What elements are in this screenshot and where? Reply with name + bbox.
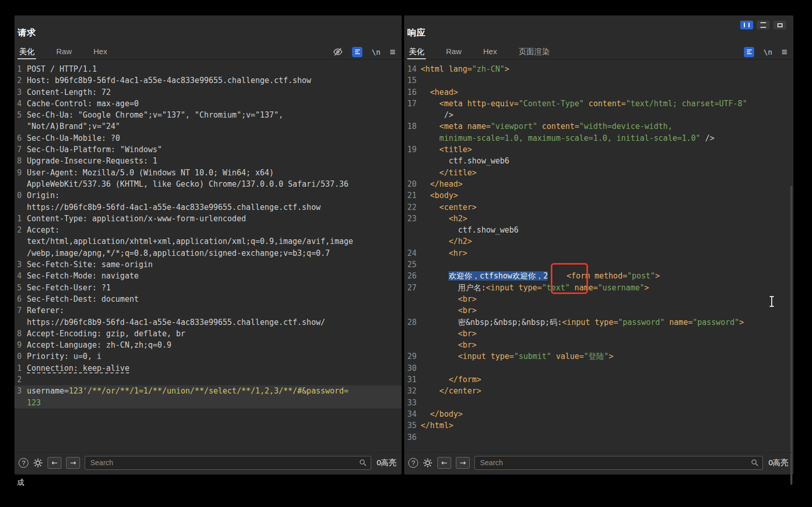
code-line[interactable]: "Not/A)Brand";v="24": [14, 121, 402, 132]
tab-beautify[interactable]: 美化: [18, 44, 36, 59]
code-line[interactable]: 33: [404, 397, 793, 408]
code-line[interactable]: 21 <body>: [404, 190, 793, 201]
code-line[interactable]: 14<html lang="zh-CN">: [404, 63, 793, 75]
code-line[interactable]: <br>: [404, 328, 793, 339]
code-line[interactable]: <br>: [404, 305, 793, 316]
code-line[interactable]: 5Sec-Fetch-User: ?1: [14, 282, 402, 293]
code-line[interactable]: 3username=123'/**/or/**/1=1/**/union/**/…: [14, 385, 402, 397]
search-input[interactable]: [474, 456, 763, 470]
menu-icon[interactable]: ≡: [782, 46, 787, 58]
code-line[interactable]: https://b96fc8b9-56fd-4ac1-a55e-4ac833e9…: [14, 317, 402, 328]
layout-rows-button[interactable]: [757, 21, 770, 29]
newline-toggle[interactable]: \n: [763, 48, 772, 56]
code-line[interactable]: 29 <input type="submit" value="登陆">: [404, 351, 793, 362]
code-line[interactable]: 6Sec-Ch-Ua-Mobile: ?0: [14, 133, 402, 144]
tab-raw[interactable]: Raw: [55, 44, 73, 59]
code-line[interactable]: 7Referer:: [14, 305, 402, 316]
help-icon[interactable]: ?: [408, 458, 418, 468]
code-line[interactable]: 2Accept:: [14, 224, 402, 236]
search-field: [474, 456, 763, 470]
code-line[interactable]: 30: [404, 363, 793, 374]
code-line[interactable]: 16 <head>: [404, 87, 793, 98]
layout-columns-button[interactable]: [740, 21, 753, 29]
code-line[interactable]: 123: [14, 397, 402, 408]
code-line[interactable]: 2Host: b96fc8b9-56fd-4ac1-a55e-4ac833e99…: [14, 75, 402, 86]
tab-render[interactable]: 页面渲染: [517, 44, 551, 59]
code-line[interactable]: 35</html>: [404, 420, 793, 431]
line-number: [14, 178, 22, 190]
code-line[interactable]: 4Cache-Control: max-age=0: [14, 98, 402, 109]
next-match-button[interactable]: →: [456, 457, 470, 469]
code-line[interactable]: 2: [14, 374, 402, 385]
code-line[interactable]: 25: [404, 259, 793, 270]
code-line[interactable]: 1Connection: keep-alive: [14, 363, 402, 374]
code-line[interactable]: 9Accept-Language: zh-CN,zh;q=0.9: [14, 339, 402, 351]
code-line[interactable]: 0Origin:: [14, 190, 402, 201]
tab-hex[interactable]: Hex: [482, 44, 499, 59]
code-line[interactable]: 27 用户名:<input type="text" name="username…: [404, 282, 793, 293]
format-icon[interactable]: [744, 47, 754, 57]
newline-toggle[interactable]: \n: [372, 48, 380, 56]
code-line[interactable]: ctf.show_web6: [404, 224, 793, 236]
format-icon[interactable]: [352, 47, 362, 57]
code-line[interactable]: text/html,application/xhtml+xml,applicat…: [14, 236, 402, 247]
code-line[interactable]: 24 <hr>: [404, 248, 793, 259]
code-line[interactable]: <br>: [404, 293, 793, 305]
code-line[interactable]: 7Sec-Ch-Ua-Platform: "Windows": [14, 144, 402, 155]
code-line[interactable]: 5Sec-Ch-Ua: "Google Chrome";v="137", "Ch…: [14, 109, 402, 121]
code-line[interactable]: </title>: [404, 167, 793, 178]
menu-icon[interactable]: ≡: [390, 46, 395, 58]
response-editor[interactable]: 14<html lang="zh-CN">1516 <head>17 <meta…: [404, 60, 793, 452]
code-line[interactable]: https://b96fc8b9-56fd-4ac1-a55e-4ac833e9…: [14, 202, 402, 213]
code-line[interactable]: minimum-scale=1.0, maximum-scale=1.0, in…: [404, 133, 793, 144]
code-line[interactable]: 23 <h2>: [404, 213, 793, 224]
code-line[interactable]: </h2>: [404, 236, 793, 247]
search-input[interactable]: [85, 456, 371, 470]
tab-beautify[interactable]: 美化: [407, 44, 426, 59]
code-line[interactable]: 15: [404, 75, 793, 86]
prev-match-button[interactable]: ←: [437, 457, 451, 469]
code-line[interactable]: 19 <title>: [404, 144, 793, 155]
highlight-count: 0高亮: [769, 458, 788, 468]
code-line[interactable]: 36: [404, 432, 793, 443]
line-number: 4: [14, 98, 22, 109]
code-line[interactable]: 3Content-Length: 72: [14, 87, 402, 98]
code-line[interactable]: 8Accept-Encoding: gzip, deflate, br: [14, 328, 402, 339]
tab-hex[interactable]: Hex: [92, 44, 109, 59]
scrollbar-thumb[interactable]: [790, 186, 792, 485]
code-line[interactable]: 8Upgrade-Insecure-Requests: 1: [14, 155, 402, 167]
prev-match-button[interactable]: ←: [47, 457, 61, 469]
code-line[interactable]: <br>: [404, 339, 793, 351]
layout-single-button[interactable]: [773, 21, 786, 29]
hide-highlight-eye-icon[interactable]: [333, 47, 343, 57]
line-number: 24: [404, 248, 417, 259]
code-line[interactable]: AppleWebKit/537.36 (KHTML, like Gecko) C…: [14, 178, 402, 190]
code-line[interactable]: 18 <meta name="viewport" content="width=…: [404, 121, 793, 132]
request-editor[interactable]: 1POST / HTTP/1.12Host: b96fc8b9-56fd-4ac…: [14, 60, 402, 452]
code-line[interactable]: /webp,image/apng,*/*;q=0.8,application/s…: [14, 248, 402, 259]
code-line[interactable]: 26 欢迎你，ctfshow欢迎你，2 <form method="post">: [404, 270, 793, 282]
code-line[interactable]: 31 </form>: [404, 374, 793, 385]
settings-gear-icon[interactable]: [33, 458, 43, 468]
code-line[interactable]: 1Content-Type: application/x-www-form-ur…: [14, 213, 402, 224]
line-number: 2: [14, 374, 22, 385]
code-line[interactable]: 1POST / HTTP/1.1: [14, 63, 402, 75]
code-line[interactable]: 9User-Agent: Mozilla/5.0 (Windows NT 10.…: [14, 167, 402, 178]
line-number: 16: [404, 87, 417, 98]
code-line[interactable]: 17 <meta http-equiv="Content-Type" conte…: [404, 98, 793, 109]
code-line[interactable]: ctf.show_web6: [404, 155, 793, 167]
settings-gear-icon[interactable]: [423, 458, 433, 468]
code-line[interactable]: 20 </head>: [404, 178, 793, 190]
code-line[interactable]: 22 <center>: [404, 202, 793, 213]
tab-raw[interactable]: Raw: [444, 44, 463, 59]
code-line[interactable]: 32 </center>: [404, 385, 793, 397]
code-line[interactable]: 4Sec-Fetch-Mode: navigate: [14, 270, 402, 282]
code-line[interactable]: 6Sec-Fetch-Dest: document: [14, 293, 402, 305]
code-line[interactable]: 3Sec-Fetch-Site: same-origin: [14, 259, 402, 270]
code-line[interactable]: 34 </body>: [404, 408, 793, 420]
help-icon[interactable]: ?: [19, 458, 28, 468]
code-line[interactable]: />: [404, 109, 793, 121]
next-match-button[interactable]: →: [66, 457, 80, 469]
code-line[interactable]: 0Priority: u=0, i: [14, 351, 402, 362]
code-line[interactable]: 28 密&nbsp;&nbsp;&nbsp;码:<input type="pas…: [404, 317, 793, 328]
